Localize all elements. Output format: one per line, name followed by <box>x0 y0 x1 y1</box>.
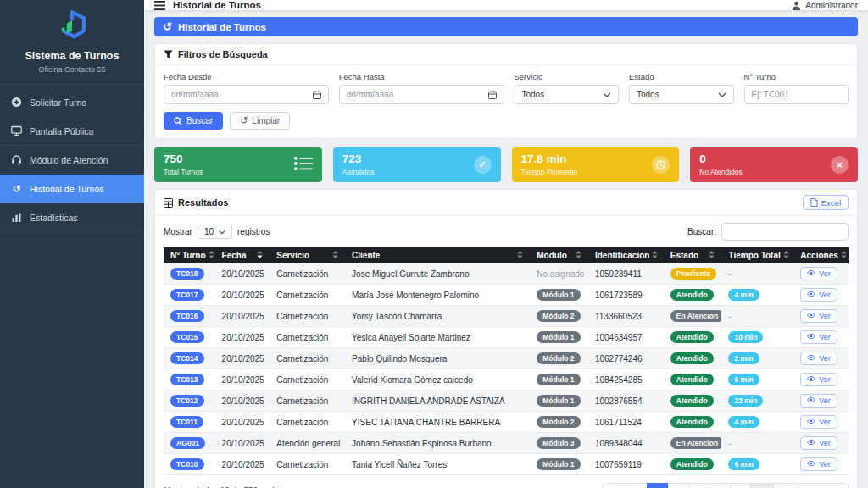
tiempo-badge: 6 min <box>728 374 759 385</box>
results-title: Resultados <box>178 197 228 208</box>
stat-value: 0 <box>699 153 743 166</box>
monitor-icon <box>11 125 22 136</box>
ver-button[interactable]: Ver <box>800 394 837 408</box>
fecha-cell: 20/10/2025 <box>215 285 270 306</box>
servicio-label: Servicio <box>515 72 620 81</box>
stat-value: 750 <box>164 153 203 166</box>
servicio-cell: Carnetización <box>270 263 345 285</box>
mostrar-label: Mostrar <box>164 227 192 236</box>
modulo-badge: Módulo 1 <box>537 331 580 343</box>
ver-button[interactable]: Ver <box>800 373 837 386</box>
column-header-módulo[interactable]: Módulo <box>530 247 588 263</box>
page-size-select[interactable]: 10 <box>198 225 232 239</box>
sidebar-item-pantalla-pública[interactable]: Pantalla Pública <box>0 117 144 146</box>
sidebar-item-historial-de-turnos[interactable]: ↺Historial de Turnos <box>0 175 144 203</box>
tiempo-badge: 4 min <box>728 289 759 301</box>
sidebar-item-label: Solicitar Turno <box>30 97 86 108</box>
column-header-servicio[interactable]: Servicio <box>270 247 345 263</box>
clock-icon <box>652 156 670 174</box>
servicio-select[interactable]: Todos <box>515 85 620 104</box>
topbar: Historial de Turnos Administrador <box>144 0 868 10</box>
pagination-page-...[interactable]: ... <box>750 483 774 488</box>
ver-button[interactable]: Ver <box>800 458 837 471</box>
limpiar-button[interactable]: ↺ Limpiar <box>230 112 290 130</box>
user-menu[interactable]: Administrador <box>792 1 858 10</box>
sidebar-item-módulo-de-atención[interactable]: Módulo de Atención <box>0 146 144 175</box>
column-header-acciones[interactable]: Acciones <box>793 247 849 263</box>
sort-desc-icon <box>257 251 263 260</box>
turno-input[interactable] <box>744 85 849 104</box>
ver-button[interactable]: Ver <box>800 309 837 323</box>
x-circle-icon: × <box>831 156 849 174</box>
turno-badge: TC012 <box>170 395 204 407</box>
turno-badge: AG001 <box>170 437 205 449</box>
modulo-badge: Módulo 2 <box>537 310 580 322</box>
ver-button[interactable]: Ver <box>800 436 837 450</box>
fecha-cell: 20/10/2025 <box>215 306 270 327</box>
turno-badge: TC011 <box>170 416 203 428</box>
filter-icon <box>164 50 173 59</box>
fecha-cell: 20/10/2025 <box>215 391 270 412</box>
identificacion-cell: 1004634957 <box>588 327 664 348</box>
cliente-cell: María José Montenegro Palomino <box>345 285 530 306</box>
office-subtitle: Oficina Contacto 55 <box>7 65 137 74</box>
fecha-desde-input[interactable]: dd/mm/aaaa <box>164 85 329 104</box>
fecha-cell: 20/10/2025 <box>215 454 270 475</box>
turno-badge: TC014 <box>170 352 204 364</box>
table-controls: Mostrar 10 registros Buscar: <box>155 216 857 247</box>
modulo-badge: Módulo 2 <box>537 352 580 364</box>
column-header-n°-turno[interactable]: N° Turno <box>164 247 215 263</box>
column-header-identificación[interactable]: Identificación <box>588 247 664 263</box>
column-header-fecha[interactable]: Fecha <box>215 247 270 263</box>
estado-badge: Atendido <box>670 374 714 385</box>
main-area: Historial de Turnos Administrador ↺ Hist… <box>144 0 868 488</box>
headset-icon <box>11 154 22 165</box>
estado-label: Estado <box>629 72 734 81</box>
eye-icon <box>807 269 815 278</box>
sidebar-item-label: Estadísticas <box>30 213 78 223</box>
menu-toggle-icon[interactable] <box>154 1 165 10</box>
column-header-cliente[interactable]: Cliente <box>345 247 530 263</box>
table-search-input[interactable] <box>721 223 849 241</box>
pagination-prev[interactable]: Anterior <box>603 483 648 488</box>
stat-label: No Atendidos <box>699 168 743 176</box>
column-header-tiempo-total[interactable]: Tiempo Total <box>721 247 793 263</box>
table-row: TC01020/10/2025CarnetizaciónTania Yicell… <box>164 454 849 475</box>
identificacion-cell: 1061723589 <box>588 285 664 306</box>
pagination-page-1[interactable]: 1 <box>647 483 668 488</box>
ver-button[interactable]: Ver <box>800 288 837 302</box>
servicio-cell: Carnetización <box>270 348 345 369</box>
stat-label: Total Turnos <box>164 168 203 176</box>
pagination-page-75[interactable]: 75 <box>773 483 799 488</box>
turno-badge: TC013 <box>170 374 204 385</box>
cliente-cell: Yorsy Tascon Chamarra <box>345 306 530 327</box>
stat-card-total-turnos: 750Total Turnos <box>154 147 322 182</box>
sidebar-item-solicitar-turno[interactable]: Solicitar Turno <box>0 88 144 117</box>
cliente-cell: YISEC TATIANA CHANTRE BARRERA <box>345 412 530 433</box>
servicio-cell: Carnetización <box>270 454 345 475</box>
registros-label: registros <box>237 227 270 236</box>
tiempo-badge: 10 min <box>728 331 763 343</box>
ver-button[interactable]: Ver <box>800 267 837 280</box>
excel-button[interactable]: Excel <box>803 195 849 210</box>
pagination-page-3[interactable]: 3 <box>688 483 709 488</box>
pagination-page-4[interactable]: 4 <box>709 483 730 488</box>
results-card: Resultados Excel Mostrar 10 regis <box>154 189 858 488</box>
ver-button[interactable]: Ver <box>800 330 837 344</box>
cliente-cell: Tania Yicell Ñañez Torres <box>345 454 530 475</box>
pagination-page-5[interactable]: 5 <box>730 483 751 488</box>
column-header-estado[interactable]: Estado <box>664 247 722 263</box>
calendar-icon <box>488 91 497 99</box>
results-table: N° TurnoFechaServicioClienteMóduloIdenti… <box>164 247 849 475</box>
pagination-next[interactable]: Siguiente <box>798 483 849 488</box>
buscar-button[interactable]: Buscar <box>164 112 223 130</box>
pagination: Anterior12345...75Siguiente <box>603 483 849 488</box>
list-check-icon <box>294 156 313 175</box>
sidebar-item-estadísticas[interactable]: Estadísticas <box>0 203 144 232</box>
fecha-hasta-input[interactable]: dd/mm/aaaa <box>339 85 504 104</box>
pagination-page-2[interactable]: 2 <box>668 483 689 488</box>
estado-select[interactable]: Todos <box>629 85 734 104</box>
estado-badge: En Atencion <box>670 310 722 322</box>
ver-button[interactable]: Ver <box>800 352 837 365</box>
ver-button[interactable]: Ver <box>800 415 837 429</box>
